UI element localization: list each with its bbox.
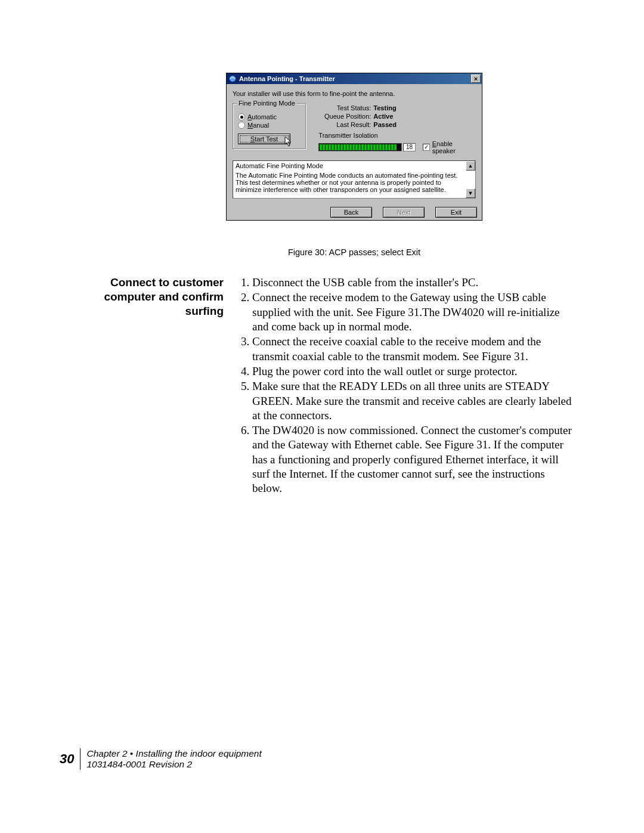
radio-automatic-label: Automatic	[247, 113, 277, 120]
info-box: Automatic Fine Pointing Mode The Automat…	[233, 160, 476, 199]
svg-point-0	[230, 76, 236, 82]
figure-caption: Figure 30: ACP passes; select Exit	[226, 247, 482, 257]
intro-text: Your installer will use this form to fin…	[233, 90, 476, 97]
footer-divider	[80, 748, 80, 770]
titlebar[interactable]: Antenna Pointing - Transmitter ×	[227, 73, 482, 84]
list-item: Plug the power cord into the wall outlet…	[252, 364, 575, 379]
last-result-label: Last Result:	[318, 121, 371, 128]
radio-manual[interactable]: Manual	[238, 122, 301, 129]
fine-pointing-mode-group: Fine Pointing Mode Automatic Manual Star…	[233, 103, 306, 150]
list-item: Connect the receive coaxial cable to the…	[252, 335, 575, 364]
radio-manual-label: Manual	[247, 122, 269, 129]
list-item: Disconnect the USB cable from the instal…	[252, 275, 575, 290]
page-footer: 30 Chapter 2 • Installing the indoor equ…	[60, 748, 262, 770]
checkbox-icon: ✓	[423, 144, 430, 151]
footer-chapter: Chapter 2 • Installing the indoor equipm…	[86, 748, 261, 760]
start-test-button[interactable]: Start Test	[238, 134, 290, 144]
radio-icon	[238, 122, 245, 129]
transmitter-isolation-value: 18	[403, 143, 416, 151]
test-status-value: Testing	[373, 104, 396, 112]
antenna-pointing-dialog: Antenna Pointing - Transmitter × Your in…	[226, 73, 482, 221]
info-text: The Automatic Fine Pointing Mode conduct…	[236, 172, 466, 193]
page-number: 30	[60, 751, 80, 767]
app-icon	[228, 75, 237, 83]
last-result-value: Passed	[373, 121, 397, 128]
back-button[interactable]: Back	[330, 207, 372, 218]
close-button[interactable]: ×	[471, 75, 481, 83]
enable-speaker-label: Enable speaker	[432, 140, 476, 154]
window-title: Antenna Pointing - Transmitter	[239, 75, 335, 82]
radio-automatic[interactable]: Automatic	[238, 113, 301, 120]
queue-position-label: Queue Position:	[318, 113, 371, 120]
scroll-down-button[interactable]: ▼	[466, 188, 475, 198]
test-status-label: Test Status:	[318, 104, 371, 112]
status-block: Test Status: Testing Queue Position: Act…	[318, 104, 476, 128]
list-item: Make sure that the READY LEDs on all thr…	[252, 379, 575, 423]
transmitter-isolation-bar	[318, 143, 402, 151]
group-legend: Fine Pointing Mode	[237, 100, 297, 107]
radio-icon	[238, 113, 245, 120]
section-heading: Connect to customer computer and confirm…	[72, 275, 224, 318]
list-item: Connect the receive modem to the Gateway…	[252, 290, 575, 334]
transmitter-isolation-label: Transmitter Isolation	[318, 132, 476, 139]
exit-button[interactable]: Exit	[435, 207, 477, 218]
scroll-up-button[interactable]: ▲	[466, 161, 475, 171]
queue-position-value: Active	[373, 113, 393, 120]
instruction-steps: Disconnect the USB cable from the instal…	[236, 275, 575, 497]
enable-speaker-checkbox[interactable]: ✓ Enable speaker	[423, 140, 476, 154]
info-title: Automatic Fine Pointing Mode	[236, 162, 466, 169]
footer-docid: 1031484-0001 Revision 2	[86, 759, 261, 770]
next-button[interactable]: Next	[383, 207, 425, 218]
list-item: The DW4020 is now commissioned. Connect …	[252, 423, 575, 496]
